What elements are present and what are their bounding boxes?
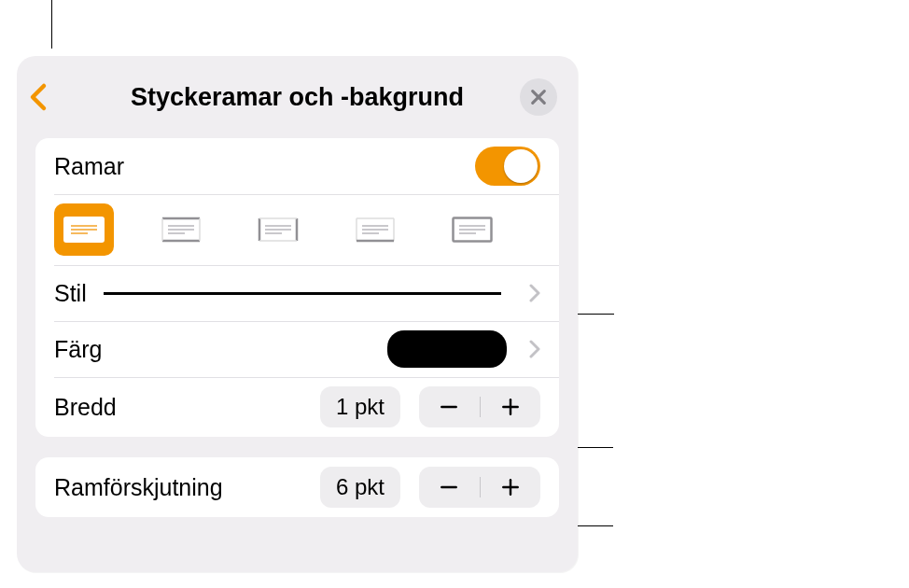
toggle-knob bbox=[504, 149, 538, 183]
stil-label: Stil bbox=[54, 280, 87, 307]
bredd-decrement[interactable] bbox=[419, 397, 480, 417]
plus-icon bbox=[500, 477, 521, 497]
stil-preview-line bbox=[104, 292, 501, 295]
row-farg[interactable]: Färg bbox=[35, 321, 559, 377]
back-button[interactable] bbox=[28, 82, 50, 112]
row-offset: Ramförskjutning 6 pkt bbox=[35, 457, 559, 517]
chevron-right-icon bbox=[529, 284, 540, 302]
callout-line-top bbox=[51, 0, 52, 49]
row-stil[interactable]: Stil bbox=[35, 265, 559, 321]
settings-panel: Styckeramar och -bakgrund Ramar bbox=[17, 56, 578, 572]
group-offset: Ramförskjutning 6 pkt bbox=[35, 457, 559, 517]
position-bottom-only[interactable] bbox=[345, 203, 405, 256]
chevron-right-icon bbox=[529, 340, 540, 358]
group-main: Ramar bbox=[35, 138, 559, 437]
panel-title: Styckeramar och -bakgrund bbox=[131, 83, 464, 112]
bredd-stepper bbox=[419, 386, 540, 427]
ramar-toggle[interactable] bbox=[475, 147, 540, 186]
bottom-only-icon bbox=[355, 217, 396, 243]
plus-icon bbox=[500, 397, 521, 417]
position-left-right[interactable] bbox=[248, 203, 308, 256]
offset-value[interactable]: 6 pkt bbox=[320, 467, 400, 508]
position-outline[interactable] bbox=[442, 203, 502, 256]
close-icon bbox=[530, 89, 547, 105]
panel-header: Styckeramar och -bakgrund bbox=[17, 56, 578, 138]
row-bredd: Bredd 1 pkt bbox=[35, 377, 559, 437]
offset-decrement[interactable] bbox=[419, 477, 480, 497]
offset-label: Ramförskjutning bbox=[54, 474, 223, 501]
top-bottom-icon bbox=[161, 217, 202, 243]
row-ramar: Ramar bbox=[35, 138, 559, 194]
left-right-icon bbox=[258, 217, 299, 243]
offset-stepper bbox=[419, 467, 540, 508]
minus-icon bbox=[439, 477, 459, 497]
outline-icon bbox=[452, 217, 493, 243]
bredd-label: Bredd bbox=[54, 394, 117, 421]
bredd-value[interactable]: 1 pkt bbox=[320, 386, 400, 427]
position-top-bottom[interactable] bbox=[151, 203, 211, 256]
chevron-left-icon bbox=[28, 82, 50, 112]
bredd-increment[interactable] bbox=[481, 397, 541, 417]
minus-icon bbox=[439, 397, 459, 417]
ramar-label: Ramar bbox=[54, 153, 124, 180]
color-swatch bbox=[387, 330, 507, 368]
close-button[interactable] bbox=[520, 78, 557, 116]
position-full-box[interactable] bbox=[54, 203, 114, 256]
farg-label: Färg bbox=[54, 336, 102, 363]
row-positions bbox=[35, 194, 559, 265]
full-box-icon bbox=[63, 217, 105, 243]
offset-increment[interactable] bbox=[481, 477, 541, 497]
